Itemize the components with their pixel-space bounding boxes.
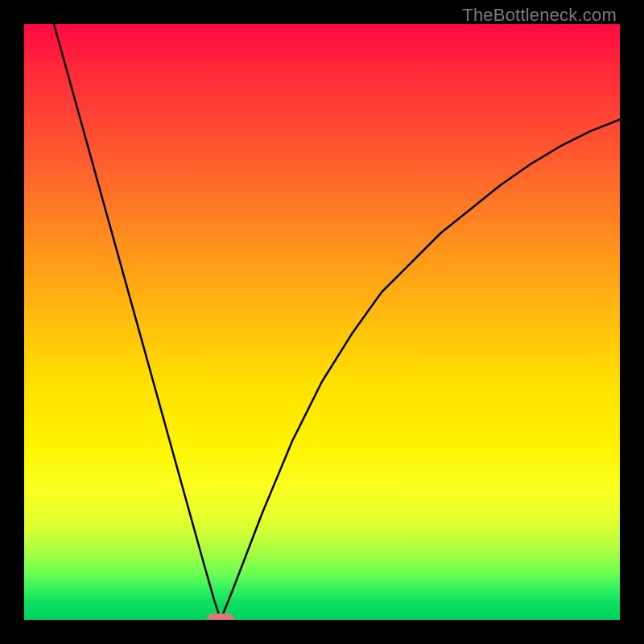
watermark-text: TheBottleneck.com	[462, 5, 617, 26]
bottleneck-curve-path	[54, 24, 620, 620]
optimal-point-marker	[207, 613, 234, 620]
chart-plot-area	[24, 24, 620, 620]
chart-svg	[24, 24, 620, 620]
